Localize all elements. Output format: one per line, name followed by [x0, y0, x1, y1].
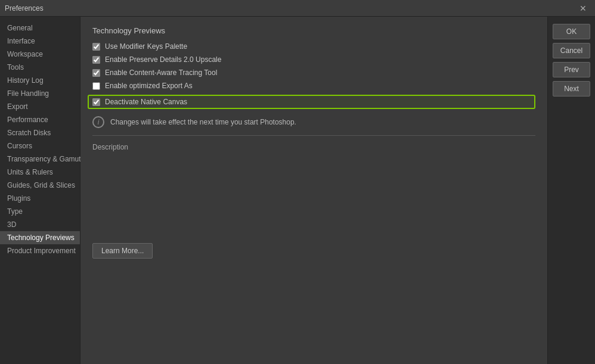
checkbox-label-deactivate-native[interactable]: Deactivate Native Canvas — [105, 98, 187, 106]
sidebar-item-3d[interactable]: 3D — [0, 218, 80, 231]
sidebar-item-file-handling[interactable]: File Handling — [0, 87, 80, 100]
ok-button[interactable]: OK — [553, 24, 590, 39]
description-label: Description — [92, 143, 535, 151]
cancel-button[interactable]: Cancel — [553, 43, 590, 58]
info-bar: i Changes will take effect the next time… — [92, 116, 535, 128]
sidebar-item-general[interactable]: General — [0, 21, 80, 35]
description-content — [92, 155, 535, 226]
sidebar-item-history-log[interactable]: History Log — [0, 74, 80, 87]
content-panel: Technology Previews Use Modifier Keys Pa… — [80, 17, 547, 364]
info-message: Changes will take effect the next time y… — [110, 118, 296, 126]
dialog-body: GeneralInterfaceWorkspaceToolsHistory Lo… — [0, 17, 595, 364]
sidebar-item-scratch-disks[interactable]: Scratch Disks — [0, 126, 80, 139]
checkbox-row-deactivate-native: Deactivate Native Canvas — [88, 95, 535, 109]
checkboxes-container: Use Modifier Keys PaletteEnable Preserve… — [92, 42, 535, 109]
checkbox-label-enable-optimized[interactable]: Enable optimized Export As — [105, 82, 193, 90]
sidebar: GeneralInterfaceWorkspaceToolsHistory Lo… — [0, 17, 80, 364]
sidebar-item-export[interactable]: Export — [0, 100, 80, 113]
checkbox-enable-preserve[interactable] — [92, 56, 100, 64]
checkbox-use-modifier[interactable] — [92, 43, 100, 51]
checkbox-row-enable-optimized: Enable optimized Export As — [92, 82, 535, 90]
checkbox-row-use-modifier: Use Modifier Keys Palette — [92, 42, 535, 51]
title-bar: Preferences ✕ — [0, 0, 595, 17]
checkbox-label-enable-preserve[interactable]: Enable Preserve Details 2.0 Upscale — [105, 55, 221, 64]
sidebar-item-technology-previews[interactable]: Technology Previews — [0, 231, 80, 244]
checkbox-enable-content-aware[interactable] — [92, 69, 100, 77]
section-title: Technology Previews — [92, 26, 535, 35]
checkbox-enable-optimized[interactable] — [92, 82, 100, 90]
sidebar-item-cursors[interactable]: Cursors — [0, 139, 80, 153]
dialog-title: Preferences — [5, 4, 44, 13]
sidebar-item-transparency-gamut[interactable]: Transparency & Gamut — [0, 153, 80, 166]
next-button[interactable]: Next — [553, 81, 590, 97]
sidebar-item-plugins[interactable]: Plugins — [0, 192, 80, 205]
prev-button[interactable]: Prev — [553, 62, 590, 77]
sidebar-item-tools[interactable]: Tools — [0, 61, 80, 74]
info-icon: i — [92, 116, 104, 128]
checkbox-label-enable-content-aware[interactable]: Enable Content-Aware Tracing Tool — [105, 69, 217, 77]
sidebar-item-type[interactable]: Type — [0, 205, 80, 218]
sidebar-item-units-rulers[interactable]: Units & Rulers — [0, 166, 80, 179]
learn-more-button[interactable]: Learn More... — [92, 243, 153, 259]
sidebar-item-performance[interactable]: Performance — [0, 113, 80, 126]
checkbox-label-use-modifier[interactable]: Use Modifier Keys Palette — [105, 42, 187, 51]
buttons-panel: OK Cancel Prev Next — [547, 17, 595, 364]
checkbox-row-enable-content-aware: Enable Content-Aware Tracing Tool — [92, 69, 535, 77]
sidebar-item-guides-grid-slices[interactable]: Guides, Grid & Slices — [0, 179, 80, 192]
sidebar-item-product-improvement[interactable]: Product Improvement — [0, 244, 80, 257]
description-box: Description — [92, 135, 535, 234]
checkbox-deactivate-native[interactable] — [92, 98, 100, 106]
sidebar-item-workspace[interactable]: Workspace — [0, 48, 80, 61]
sidebar-item-interface[interactable]: Interface — [0, 35, 80, 48]
close-button[interactable]: ✕ — [576, 2, 590, 14]
checkbox-row-enable-preserve: Enable Preserve Details 2.0 Upscale — [92, 55, 535, 64]
